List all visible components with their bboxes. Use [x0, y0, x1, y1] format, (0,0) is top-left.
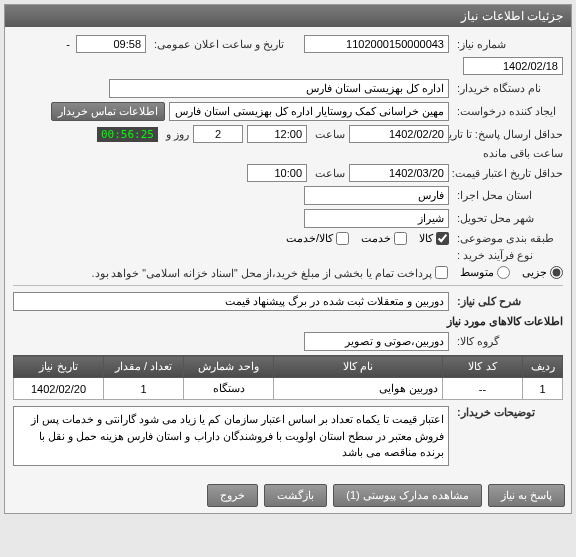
label-goods-group: گروه کالا: [453, 335, 563, 348]
label-city: شهر محل تحویل: [453, 212, 563, 225]
panel-title: جزئیات اطلاعات نیاز [5, 5, 571, 27]
cb-medium[interactable]: متوسط [460, 266, 510, 279]
respond-button[interactable]: پاسخ به نیاز [488, 484, 565, 507]
th-code: کد کالا [443, 356, 523, 378]
field-deadline-date: 1402/02/20 [349, 125, 449, 143]
field-deadline-time: 12:00 [247, 125, 307, 143]
th-qty: تعداد / مقدار [104, 356, 184, 378]
details-panel: جزئیات اطلاعات نیاز شماره نیاز: 11020001… [4, 4, 572, 514]
th-date: تاریخ نیاز [14, 356, 104, 378]
label-need-no: شماره نیاز: [453, 38, 563, 51]
label-day-and: روز و [162, 128, 189, 141]
row-buyer-org: نام دستگاه خریدار: اداره کل بهزیستی استا… [13, 79, 563, 98]
field-city: شیراز [304, 209, 449, 228]
label-hour-1: ساعت [311, 128, 345, 141]
label-buyer-notes: توضیحات خریدار: [453, 406, 563, 419]
cb-treasury[interactable]: پرداخت تمام یا بخشی از مبلغ خرید،از محل … [92, 266, 448, 279]
label-purchase-type: نوع فرآیند خرید : [453, 249, 563, 262]
cb-goods-label: کالا [419, 232, 433, 245]
td-date: 1402/02/20 [14, 378, 104, 400]
cb-goods[interactable]: کالا [419, 232, 449, 245]
field-buyer-notes: اعتبار قیمت تا یکماه تعداد بر اساس اعتبا… [13, 406, 449, 466]
td-qty: 1 [104, 378, 184, 400]
td-code: -- [443, 378, 523, 400]
rb-minor-label: جزیی [522, 266, 547, 279]
dash-sep: - [64, 38, 72, 50]
row-need-announce: شماره نیاز: 1102000150000043 تاریخ و ساع… [13, 35, 563, 75]
row-deadline: حداقل ارسال پاسخ: تا تاریخ: 1402/02/20 س… [13, 125, 563, 160]
label-requester: ایجاد کننده درخواست: [453, 105, 563, 118]
row-goods-group: گروه کالا: دوربین،صوتی و تصویر [13, 332, 563, 351]
row-buyer-notes: توضیحات خریدار: اعتبار قیمت تا یکماه تعد… [13, 406, 563, 466]
label-classification: طبقه بندی موضوعی: [453, 232, 563, 245]
cb-goods-service-label: کالا/خدمت [286, 232, 333, 245]
th-row: ردیف [523, 356, 563, 378]
classification-group: کالا خدمت کالا/خدمت [286, 232, 449, 245]
cb-service-input[interactable] [394, 232, 407, 245]
row-validity: حداقل تاریخ اعتبار قیمت: تا تاریخ: 1402/… [13, 164, 563, 182]
field-validity-date: 1402/03/20 [349, 164, 449, 182]
th-name: نام کالا [274, 356, 443, 378]
field-need-no: 1102000150000043 [304, 35, 449, 53]
cb-goods-service-input[interactable] [336, 232, 349, 245]
cb-minor[interactable]: جزیی [522, 266, 563, 279]
row-city: شهر محل تحویل: شیراز [13, 209, 563, 228]
divider-1 [13, 285, 563, 286]
label-summary: شرح کلی نیاز: [453, 295, 563, 308]
field-announce-time: 09:58 [76, 35, 146, 53]
cb-service-label: خدمت [361, 232, 391, 245]
panel-body: شماره نیاز: 1102000150000043 تاریخ و ساع… [5, 27, 571, 478]
rb-medium-input[interactable] [497, 266, 510, 279]
field-announce-date: 1402/02/18 [463, 57, 563, 75]
field-remaining-days: 2 [193, 125, 243, 143]
field-province: فارس [304, 186, 449, 205]
row-purchase-type: نوع فرآیند خرید : جزیی متوسط پرداخت تمام… [13, 249, 563, 279]
table-row[interactable]: 1 -- دوربین هوایی دستگاه 1 1402/02/20 [14, 378, 563, 400]
attachments-button[interactable]: مشاهده مدارک پیوستی (1) [333, 484, 482, 507]
cb-service[interactable]: خدمت [361, 232, 407, 245]
row-summary: شرح کلی نیاز: دوربین و متعقلات ثبت شده د… [13, 292, 563, 311]
row-classification: طبقه بندی موضوعی: کالا خدمت کالا/خدمت [13, 232, 563, 245]
label-province: استان محل اجرا: [453, 189, 563, 202]
row-province: استان محل اجرا: فارس [13, 186, 563, 205]
rb-minor-input[interactable] [550, 266, 563, 279]
table-header-row: ردیف کد کالا نام کالا واحد شمارش تعداد /… [14, 356, 563, 378]
back-button[interactable]: بازگشت [264, 484, 327, 507]
label-buyer-org: نام دستگاه خریدار: [453, 82, 563, 95]
countdown-timer: 00:56:25 [97, 127, 158, 142]
rb-medium-label: متوسط [460, 266, 494, 279]
purchase-note: پرداخت تمام یا بخشی از مبلغ خرید،از محل … [92, 267, 432, 279]
goods-table: ردیف کد کالا نام کالا واحد شمارش تعداد /… [13, 355, 563, 400]
row-requester: ایجاد کننده درخواست: مهین خراسانی کمک رو… [13, 102, 563, 121]
field-buyer-org: اداره کل بهزیستی استان فارس [109, 79, 449, 98]
td-row: 1 [523, 378, 563, 400]
label-hour-2: ساعت [311, 167, 345, 180]
th-unit: واحد شمارش [184, 356, 274, 378]
goods-info-title: اطلاعات کالاهای مورد نیاز [13, 315, 563, 328]
cb-treasury-input[interactable] [435, 266, 448, 279]
footer-buttons: پاسخ به نیاز مشاهده مدارک پیوستی (1) باز… [5, 478, 571, 513]
field-goods-group: دوربین،صوتی و تصویر [304, 332, 449, 351]
cb-goods-service[interactable]: کالا/خدمت [286, 232, 349, 245]
field-summary: دوربین و متعقلات ثبت شده در برگ پیشنهاد … [13, 292, 449, 311]
field-validity-time: 10:00 [247, 164, 307, 182]
label-remaining: ساعت باقی مانده [479, 147, 563, 160]
label-validity: حداقل تاریخ اعتبار قیمت: تا تاریخ: [453, 167, 563, 180]
contact-buyer-button[interactable]: اطلاعات تماس خریدار [51, 102, 165, 121]
td-name: دوربین هوایی [274, 378, 443, 400]
exit-button[interactable]: خروج [207, 484, 258, 507]
field-requester: مهین خراسانی کمک روستایار اداره کل بهزیس… [169, 102, 449, 121]
td-unit: دستگاه [184, 378, 274, 400]
label-deadline: حداقل ارسال پاسخ: تا تاریخ: [453, 128, 563, 141]
label-announce: تاریخ و ساعت اعلان عمومی: [150, 38, 300, 51]
purchase-group: جزیی متوسط پرداخت تمام یا بخشی از مبلغ خ… [92, 266, 563, 279]
cb-goods-input[interactable] [436, 232, 449, 245]
